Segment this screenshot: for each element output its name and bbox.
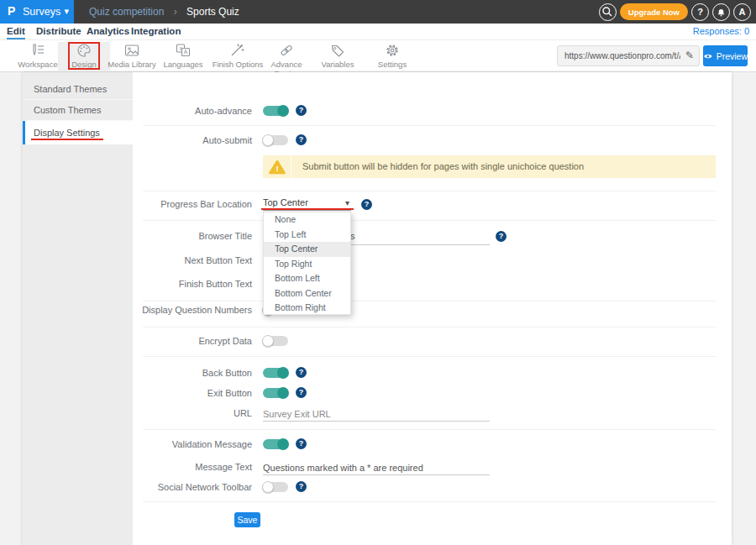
responses-count[interactable]: Responses: 0 bbox=[693, 26, 749, 36]
design-settings-card: Standard Themes Custom Themes Display Se… bbox=[23, 72, 732, 545]
encrypt-data-toggle[interactable] bbox=[263, 336, 288, 346]
auto-advance-label: Auto-advance bbox=[23, 105, 252, 117]
sidebar-item-standard-themes[interactable]: Standard Themes bbox=[23, 79, 133, 100]
toolbar-media-library-button[interactable]: Media Library bbox=[106, 42, 158, 71]
next-button-text-label: Next Button Text bbox=[23, 254, 252, 266]
toggle-knob bbox=[277, 367, 289, 379]
chevron-down-icon: ▾ bbox=[64, 6, 69, 17]
dropdown-option-bottom-left[interactable]: Bottom Left bbox=[264, 271, 350, 286]
dropdown-option-top-center[interactable]: Top Center bbox=[264, 242, 350, 257]
toggle-knob bbox=[277, 105, 289, 117]
back-button-toggle[interactable] bbox=[263, 368, 288, 378]
auto-submit-help-icon[interactable]: ? bbox=[296, 134, 307, 145]
divider bbox=[143, 301, 716, 301]
auto-submit-label: Auto-submit bbox=[23, 134, 252, 146]
survey-url-input[interactable] bbox=[558, 46, 680, 66]
avatar-letter: A bbox=[739, 7, 746, 17]
display-settings-annotation-underline bbox=[31, 139, 103, 140]
progress-bar-dropdown-menu: None Top Left Top Center Top Right Botto… bbox=[263, 212, 351, 315]
upgrade-now-button[interactable]: Upgrade Now bbox=[620, 3, 688, 20]
media-library-icon bbox=[123, 43, 140, 58]
chain-links-icon bbox=[278, 43, 295, 58]
search-button[interactable] bbox=[599, 3, 617, 21]
preview-button[interactable]: Preview bbox=[703, 45, 748, 66]
svg-text:A: A bbox=[184, 49, 188, 55]
help-button[interactable]: ? bbox=[691, 3, 709, 21]
tab-edit[interactable]: Edit bbox=[7, 24, 25, 39]
product-name: Surveys bbox=[23, 6, 60, 18]
toolbar-finish-options-label: Finish Options bbox=[212, 60, 264, 69]
validation-message-help-icon[interactable]: ? bbox=[296, 438, 307, 449]
auto-submit-toggle[interactable] bbox=[263, 135, 288, 145]
auto-advance-help-icon[interactable]: ? bbox=[296, 105, 307, 116]
divider bbox=[143, 125, 716, 126]
dropdown-option-bottom-right[interactable]: Bottom Right bbox=[264, 301, 350, 316]
questionpro-logo: P bbox=[8, 4, 15, 18]
eye-icon bbox=[703, 53, 713, 60]
divider bbox=[143, 429, 716, 430]
warning-text: Submit button will be hidden for pages w… bbox=[302, 161, 584, 171]
question-mark-icon: ? bbox=[697, 7, 703, 17]
header-actions: Upgrade Now ? A bbox=[599, 3, 751, 21]
toolbar-finish-options-button[interactable]: Finish Options bbox=[212, 42, 264, 71]
select-annotation-underline bbox=[261, 208, 354, 210]
page-background: Standard Themes Custom Themes Display Se… bbox=[0, 72, 756, 545]
toolbar-variables-button[interactable]: Variables bbox=[312, 42, 364, 71]
tab-analytics[interactable]: Analytics bbox=[87, 24, 129, 39]
survey-url-box: ✎ bbox=[557, 45, 700, 66]
validation-message-toggle[interactable] bbox=[263, 439, 288, 449]
exit-url-input[interactable] bbox=[263, 406, 490, 422]
select-caret-icon: ▾ bbox=[345, 198, 349, 207]
tab-distribute[interactable]: Distribute bbox=[36, 24, 81, 39]
back-button-label: Back Button bbox=[23, 367, 252, 379]
surveys-menu[interactable]: P Surveys ▾ bbox=[0, 0, 74, 24]
browser-title-help-icon[interactable]: ? bbox=[496, 231, 507, 242]
finish-button-text-label: Finish Button Text bbox=[23, 278, 252, 290]
divider bbox=[143, 356, 716, 357]
display-question-numbers-label: Display Question Numbers bbox=[23, 304, 252, 316]
divider bbox=[143, 327, 716, 328]
divider bbox=[143, 220, 716, 221]
toolbar-languages-button[interactable]: x A Languages bbox=[157, 42, 209, 71]
divider bbox=[143, 191, 716, 191]
languages-icon: x A bbox=[175, 43, 192, 58]
warning-banner: ! Submit button will be hidden for pages… bbox=[263, 155, 716, 178]
toolbar-workspace-button[interactable]: Workspace bbox=[12, 42, 64, 71]
search-icon bbox=[601, 6, 613, 18]
bell-icon bbox=[716, 7, 727, 18]
tag-icon bbox=[329, 43, 346, 58]
toolbar-workspace-label: Workspace bbox=[12, 60, 64, 69]
toggle-knob bbox=[277, 438, 289, 450]
workspace-icon bbox=[29, 43, 46, 58]
breadcrumb-survey-name: Sports Quiz bbox=[186, 6, 239, 18]
breadcrumb: Quiz competition › Sports Quiz bbox=[89, 6, 239, 18]
message-text-label: Message Text bbox=[23, 461, 252, 473]
back-button-help-icon[interactable]: ? bbox=[296, 367, 307, 378]
progress-bar-help-icon[interactable]: ? bbox=[361, 199, 372, 210]
toolbar-settings-button[interactable]: Settings bbox=[366, 42, 418, 71]
breadcrumb-separator-icon: › bbox=[174, 6, 177, 18]
auto-advance-toggle[interactable] bbox=[263, 106, 288, 116]
gear-icon bbox=[384, 43, 401, 58]
dropdown-option-top-left[interactable]: Top Left bbox=[264, 228, 350, 243]
tab-integration[interactable]: Integration bbox=[131, 24, 181, 39]
notifications-button[interactable] bbox=[712, 3, 730, 21]
survey-nav-bar: Edit Distribute Analytics Integration Re… bbox=[0, 24, 756, 40]
save-button[interactable]: Save bbox=[234, 512, 260, 527]
message-text-input[interactable] bbox=[263, 460, 490, 475]
toggle-knob bbox=[262, 481, 274, 493]
exit-button-help-icon[interactable]: ? bbox=[296, 387, 307, 398]
account-avatar[interactable]: A bbox=[733, 3, 751, 21]
exit-button-toggle[interactable] bbox=[263, 388, 288, 398]
dropdown-option-none[interactable]: None bbox=[264, 212, 350, 228]
dropdown-option-top-right[interactable]: Top Right bbox=[264, 257, 350, 272]
encrypt-data-label: Encrypt Data bbox=[23, 335, 252, 347]
social-network-toolbar-toggle[interactable] bbox=[263, 482, 288, 492]
social-toolbar-help-icon[interactable]: ? bbox=[296, 481, 307, 492]
edit-url-pencil-icon[interactable]: ✎ bbox=[685, 50, 694, 61]
dropdown-option-bottom-center[interactable]: Bottom Center bbox=[264, 286, 350, 301]
breadcrumb-folder[interactable]: Quiz competition bbox=[89, 6, 164, 18]
toolbar-advance-quotas-button[interactable]: Advance Quotas bbox=[260, 42, 312, 71]
progress-bar-location-label: Progress Bar Location bbox=[23, 198, 252, 210]
toggle-knob bbox=[262, 335, 274, 347]
